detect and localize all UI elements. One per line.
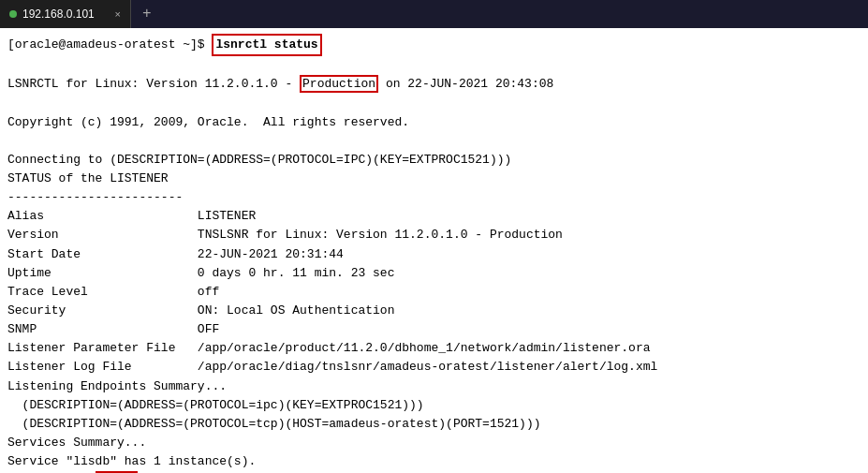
output-line-blank3 <box>7 132 861 151</box>
terminal-window: 192.168.0.101 × + [oracle@amadeus-orates… <box>0 0 868 473</box>
output-line-param-file: Listener Parameter File /app/oracle/prod… <box>7 339 861 358</box>
output-line-tnslsnr-version: Version TNSLSNR for Linux: Version 11.2.… <box>7 226 861 244</box>
output-line-startdate: Start Date 22-JUN-2021 20:31:44 <box>7 245 861 264</box>
title-bar: 192.168.0.101 × + <box>0 0 868 28</box>
output-line-security: Security ON: Local OS Authentication <box>7 302 861 320</box>
terminal-content[interactable]: [oracle@amadeus-oratest ~]$ lsnrctl stat… <box>0 28 868 473</box>
active-tab[interactable]: 192.168.0.101 × <box>0 0 131 28</box>
output-line-endpoint-tcp: (DESCRIPTION=(ADDRESS=(PROTOCOL=tcp)(HOS… <box>7 415 861 434</box>
output-line-services: Services Summary... <box>7 434 861 452</box>
output-line-uptime: Uptime 0 days 0 hr. 11 min. 23 sec <box>7 264 861 283</box>
output-line-version: LSNRCTL for Linux: Version 11.2.0.1.0 - … <box>7 75 861 94</box>
tab-close-button[interactable]: × <box>115 8 121 20</box>
output-line-snmp: SNMP OFF <box>7 320 861 339</box>
connection-indicator <box>9 10 17 18</box>
output-line-log-file: Listener Log File /app/oracle/diag/tnsls… <box>7 358 861 377</box>
output-line-status: STATUS of the LISTENER <box>7 170 861 188</box>
output-line-dashes: ------------------------ <box>7 188 861 207</box>
prompt: [oracle@amadeus-oratest ~]$ <box>7 36 205 54</box>
output-line-copyright: Copyright (c) 1991, 2009, Oracle. All ri… <box>7 113 861 132</box>
output-line-blank2 <box>7 94 861 112</box>
production-highlight-1: Production <box>300 75 378 93</box>
output-line-trace: Trace Level off <box>7 283 861 302</box>
output-line-service-lisdb: Service "lisdb" has 1 instance(s). <box>7 452 861 471</box>
output-line-endpoints: Listening Endpoints Summary... <box>7 377 861 396</box>
command-text: lsnrctl status <box>212 34 321 56</box>
tab-ip-label: 192.168.0.101 <box>22 7 95 21</box>
output-block: LSNRCTL for Linux: Version 11.2.0.1.0 - … <box>7 56 861 473</box>
output-line-alias: Alias LISTENER <box>7 207 861 226</box>
new-tab-button[interactable]: + <box>131 0 163 28</box>
command-line: [oracle@amadeus-oratest ~]$ lsnrctl stat… <box>7 34 861 56</box>
output-line-endpoint-ipc: (DESCRIPTION=(ADDRESS=(PROTOCOL=ipc)(KEY… <box>7 396 861 415</box>
output-line-blank1 <box>7 56 861 75</box>
output-line-connecting: Connecting to (DESCRIPTION=(ADDRESS=(PRO… <box>7 151 861 170</box>
